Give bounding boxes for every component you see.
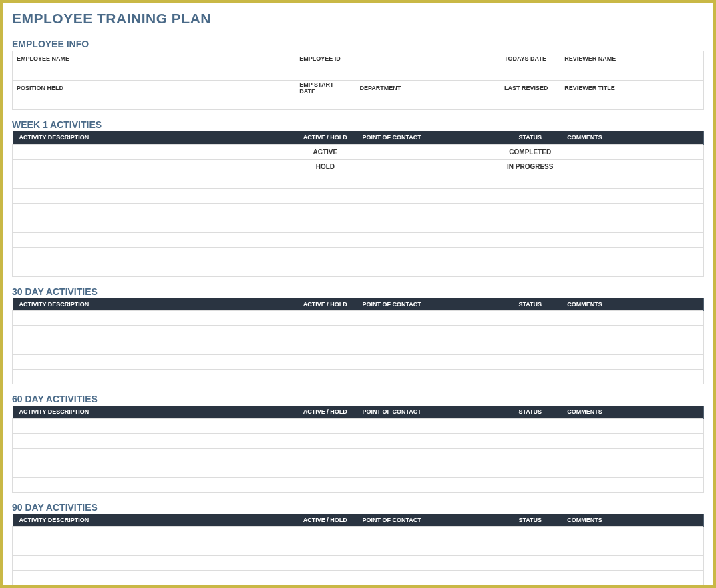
- cell-activeHold[interactable]: [295, 232, 355, 247]
- cell-activeHold[interactable]: [295, 463, 355, 477]
- cell-activeHold[interactable]: [295, 556, 355, 571]
- cell-comments[interactable]: [560, 232, 704, 247]
- cell-status[interactable]: [500, 247, 560, 262]
- cell-status[interactable]: [500, 541, 560, 556]
- cell-poc[interactable]: [355, 355, 500, 370]
- cell-status[interactable]: [500, 218, 560, 232]
- cell-comments[interactable]: [560, 541, 704, 556]
- cell-poc[interactable]: [355, 203, 500, 218]
- cell-status[interactable]: [500, 433, 560, 448]
- cell-desc[interactable]: [13, 585, 295, 589]
- cell-status[interactable]: COMPLETED: [500, 144, 560, 159]
- cell-activeHold[interactable]: [295, 326, 355, 340]
- cell-desc[interactable]: [13, 527, 295, 541]
- cell-comments[interactable]: [560, 218, 704, 232]
- cell-comments[interactable]: [560, 262, 704, 276]
- cell-comments[interactable]: [560, 326, 704, 340]
- cell-desc[interactable]: [13, 174, 295, 188]
- cell-status[interactable]: [500, 477, 560, 492]
- cell-desc[interactable]: [13, 477, 295, 492]
- cell-desc[interactable]: [13, 370, 295, 384]
- cell-activeHold[interactable]: [295, 174, 355, 188]
- cell-status[interactable]: [500, 340, 560, 355]
- cell-poc[interactable]: [355, 571, 500, 585]
- cell-comments[interactable]: [560, 433, 704, 448]
- cell-status[interactable]: [500, 232, 560, 247]
- value-department[interactable]: [355, 95, 500, 110]
- cell-activeHold[interactable]: [295, 433, 355, 448]
- cell-status[interactable]: [500, 571, 560, 585]
- cell-activeHold[interactable]: [295, 541, 355, 556]
- cell-desc[interactable]: [13, 433, 295, 448]
- cell-poc[interactable]: [355, 311, 500, 326]
- cell-activeHold[interactable]: [295, 262, 355, 276]
- cell-desc[interactable]: [13, 218, 295, 232]
- cell-activeHold[interactable]: [295, 188, 355, 203]
- cell-comments[interactable]: [560, 355, 704, 370]
- cell-poc[interactable]: [355, 340, 500, 355]
- cell-status[interactable]: [500, 370, 560, 384]
- cell-poc[interactable]: [355, 262, 500, 276]
- cell-desc[interactable]: [13, 326, 295, 340]
- cell-poc[interactable]: [355, 477, 500, 492]
- cell-status[interactable]: [500, 326, 560, 340]
- cell-comments[interactable]: [560, 340, 704, 355]
- cell-comments[interactable]: [560, 144, 704, 159]
- cell-status[interactable]: [500, 203, 560, 218]
- value-position-held[interactable]: [13, 95, 295, 110]
- cell-desc[interactable]: [13, 311, 295, 326]
- cell-comments[interactable]: [560, 159, 704, 174]
- cell-status[interactable]: [500, 174, 560, 188]
- cell-status[interactable]: [500, 355, 560, 370]
- cell-desc[interactable]: [13, 355, 295, 370]
- cell-poc[interactable]: [355, 527, 500, 541]
- cell-activeHold[interactable]: [295, 370, 355, 384]
- cell-poc[interactable]: [355, 370, 500, 384]
- cell-status[interactable]: [500, 418, 560, 433]
- cell-poc[interactable]: [355, 218, 500, 232]
- cell-activeHold[interactable]: [295, 247, 355, 262]
- cell-status[interactable]: [500, 463, 560, 477]
- cell-status[interactable]: IN PROGRESS: [500, 159, 560, 174]
- cell-poc[interactable]: [355, 463, 500, 477]
- cell-status[interactable]: [500, 188, 560, 203]
- value-last-revised[interactable]: [500, 95, 560, 110]
- cell-desc[interactable]: [13, 448, 295, 463]
- cell-poc[interactable]: [355, 433, 500, 448]
- value-todays-date[interactable]: [500, 66, 560, 81]
- cell-poc[interactable]: [355, 232, 500, 247]
- cell-poc[interactable]: [355, 585, 500, 589]
- cell-status[interactable]: [500, 262, 560, 276]
- cell-desc[interactable]: [13, 556, 295, 571]
- cell-comments[interactable]: [560, 418, 704, 433]
- cell-poc[interactable]: [355, 556, 500, 571]
- cell-desc[interactable]: [13, 247, 295, 262]
- cell-comments[interactable]: [560, 463, 704, 477]
- cell-poc[interactable]: [355, 418, 500, 433]
- cell-activeHold[interactable]: [295, 585, 355, 589]
- cell-desc[interactable]: [13, 541, 295, 556]
- cell-activeHold[interactable]: [295, 218, 355, 232]
- cell-poc[interactable]: [355, 541, 500, 556]
- cell-comments[interactable]: [560, 527, 704, 541]
- cell-status[interactable]: [500, 585, 560, 589]
- cell-activeHold[interactable]: HOLD: [295, 159, 355, 174]
- cell-activeHold[interactable]: [295, 418, 355, 433]
- cell-desc[interactable]: [13, 463, 295, 477]
- cell-desc[interactable]: [13, 144, 295, 159]
- cell-activeHold[interactable]: [295, 311, 355, 326]
- cell-comments[interactable]: [560, 188, 704, 203]
- cell-activeHold[interactable]: [295, 448, 355, 463]
- cell-activeHold[interactable]: [295, 203, 355, 218]
- cell-comments[interactable]: [560, 370, 704, 384]
- cell-comments[interactable]: [560, 571, 704, 585]
- cell-comments[interactable]: [560, 247, 704, 262]
- cell-comments[interactable]: [560, 477, 704, 492]
- cell-comments[interactable]: [560, 556, 704, 571]
- cell-desc[interactable]: [13, 188, 295, 203]
- cell-activeHold[interactable]: [295, 571, 355, 585]
- cell-activeHold[interactable]: [295, 355, 355, 370]
- cell-activeHold[interactable]: [295, 527, 355, 541]
- cell-desc[interactable]: [13, 203, 295, 218]
- cell-poc[interactable]: [355, 247, 500, 262]
